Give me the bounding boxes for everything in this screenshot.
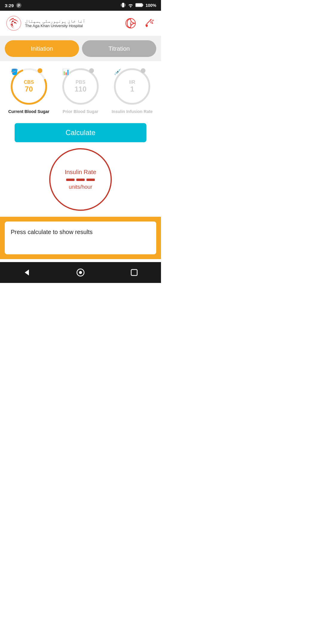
dial-cbs[interactable]: 🪣 CBS 70 Current Blood Sugar	[6, 67, 52, 114]
dial-pbs-circle[interactable]: 📊 PBS 110	[61, 67, 100, 106]
vibrate-icon	[120, 2, 126, 9]
svg-rect-5	[143, 4, 143, 6]
battery-icon	[135, 3, 144, 8]
parking-icon: P	[16, 3, 21, 8]
dial-pbs-inner: PBS 110	[75, 80, 86, 93]
iir-syringe-icon: 💉	[114, 68, 121, 75]
iir-label: IIR	[129, 80, 135, 85]
cbs-label: CBS	[24, 80, 34, 85]
status-left: 3:29 P	[5, 3, 21, 8]
svg-point-21	[79, 271, 82, 274]
battery-percent: 100%	[145, 3, 156, 8]
cbs-caption: Current Blood Sugar	[8, 109, 49, 114]
tab-titration[interactable]: Titration	[82, 40, 156, 57]
info-button[interactable]: i	[124, 17, 137, 30]
pbs-dot	[89, 68, 94, 73]
dial-iir-inner: IIR 1	[129, 80, 135, 93]
nav-bar	[0, 262, 161, 283]
svg-marker-19	[25, 270, 29, 275]
dial-pbs[interactable]: 📊 PBS 110 Prior Blood Sugar	[57, 67, 104, 114]
header-icons: i	[124, 17, 155, 30]
status-bar: 3:29 P 100%	[0, 0, 161, 11]
iir-value: 1	[130, 85, 134, 93]
back-button[interactable]	[18, 264, 36, 281]
calculate-button[interactable]: Calculate	[15, 123, 147, 142]
dial-iir[interactable]: 💉 IIR 1 Insulin Infusion Rate	[109, 67, 155, 114]
recent-button[interactable]	[125, 264, 143, 281]
dial-iir-circle[interactable]: 💉 IIR 1	[113, 67, 151, 106]
result-dash-3	[86, 179, 95, 181]
pbs-label: PBS	[76, 80, 86, 85]
logo-text: آغا خان یونیورسٹی ہسپتال The Aga Khan Un…	[25, 18, 85, 28]
info-text: Press calculate to show results	[11, 229, 93, 235]
aku-logo	[6, 16, 21, 31]
info-box: Press calculate to show results	[5, 222, 156, 254]
logo-area: آغا خان یونیورسٹی ہسپتال The Aga Khan Un…	[6, 16, 85, 31]
status-time: 3:29	[5, 3, 14, 8]
svg-rect-1	[121, 4, 122, 6]
dial-cbs-inner: CBS 70	[24, 80, 34, 93]
result-dash-2	[76, 179, 85, 181]
result-dash-1	[66, 179, 75, 181]
result-dashes	[66, 179, 95, 181]
svg-point-11	[151, 21, 152, 23]
cbs-dot	[38, 68, 42, 73]
tab-bar: Initiation Titration	[0, 36, 161, 61]
result-label: Insulin Rate	[65, 169, 96, 176]
svg-rect-6	[136, 4, 142, 6]
cbs-fuel-icon: 🪣	[11, 68, 18, 75]
home-button[interactable]	[72, 264, 89, 281]
info-section: Press calculate to show results	[0, 217, 161, 259]
pbs-value: 110	[75, 85, 86, 93]
pbs-caption: Prior Blood Sugar	[63, 109, 98, 114]
logo-urdu: آغا خان یونیورسٹی ہسپتال	[25, 18, 85, 24]
wifi-icon	[128, 3, 134, 8]
svg-point-12	[152, 20, 154, 21]
dial-cbs-circle[interactable]: 🪣 CBS 70	[10, 67, 48, 106]
clear-button[interactable]	[142, 17, 155, 30]
svg-rect-2	[125, 4, 125, 6]
svg-rect-22	[131, 270, 137, 275]
pbs-bar-icon: 📊	[62, 68, 70, 75]
status-right: 100%	[120, 2, 156, 9]
result-unit: units/hour	[69, 184, 92, 190]
logo-english: The Aga Khan University Hospital	[25, 24, 85, 28]
dials-section: 🪣 CBS 70 Current Blood Sugar 📊 PBS 110 P…	[0, 61, 161, 117]
svg-point-13	[152, 23, 153, 24]
tab-initiation[interactable]: Initiation	[5, 40, 79, 57]
cbs-value: 70	[25, 85, 33, 93]
result-circle-container: Insulin Rate units/hour	[0, 148, 161, 211]
svg-rect-0	[122, 3, 124, 7]
iir-caption: Insulin Infusion Rate	[112, 109, 153, 114]
header: آغا خان یونیورسٹی ہسپتال The Aga Khan Un…	[0, 11, 161, 36]
result-circle: Insulin Rate units/hour	[49, 148, 112, 211]
svg-text:i: i	[130, 21, 131, 27]
